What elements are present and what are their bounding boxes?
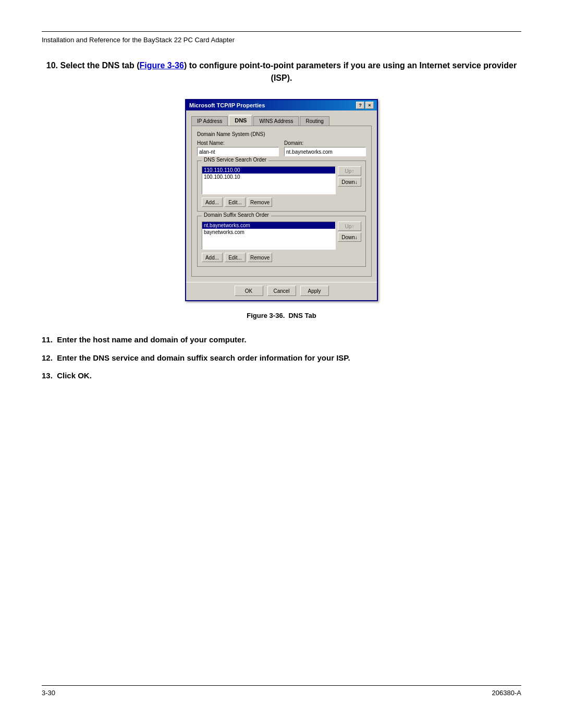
- dns-section-title: Domain Name System (DNS): [197, 131, 366, 137]
- list-item[interactable]: baynetworks.com: [202, 229, 335, 236]
- step10-text-before: Select the DNS tab (: [60, 61, 139, 70]
- step10-text-after: ) to configure point-to-point parameters…: [184, 61, 517, 82]
- page-number: 3-30: [42, 689, 55, 697]
- figure-link[interactable]: Figure 3-36: [140, 61, 184, 70]
- step-11-text: Enter the host name and domain of your c…: [57, 335, 246, 344]
- dns-service-content: 110.110.110.00 100.100.100.10 Up↑ Down↓ …: [202, 166, 361, 207]
- step-11: 11. Enter the host name and domain of yo…: [42, 334, 521, 346]
- dns-service-legend: DNS Service Search Order: [202, 157, 268, 163]
- tab-ip-address[interactable]: IP Address: [191, 116, 228, 126]
- doc-number: 206380-A: [492, 689, 521, 697]
- domain-col: Domain:: [284, 140, 366, 156]
- footer-rule: [42, 685, 521, 686]
- list-item[interactable]: 110.110.110.00: [202, 167, 335, 174]
- dns-edit-button[interactable]: Edit...: [225, 198, 246, 207]
- host-label: Host Name:: [197, 140, 279, 146]
- dns-add-button[interactable]: Add...: [202, 198, 223, 207]
- suffix-bottom-buttons: Add... Edit... Remove: [202, 253, 361, 262]
- domain-suffix-legend: Domain Suffix Search Order: [202, 212, 271, 218]
- tab-dns[interactable]: DNS: [229, 115, 252, 126]
- figure-caption: Figure 3-36. DNS Tab: [42, 312, 521, 319]
- suffix-down-button[interactable]: Down↓: [338, 232, 361, 242]
- host-input[interactable]: [197, 147, 279, 156]
- tab-wins-address[interactable]: WINS Address: [253, 116, 299, 126]
- dialog-body: IP Address DNS WINS Address Routing Doma…: [186, 110, 377, 282]
- help-button[interactable]: ?: [356, 102, 364, 109]
- dns-side-buttons: Up↑ Down↓: [338, 166, 361, 187]
- domain-suffix-listbox[interactable]: nt.baynetworks.com baynetworks.com: [202, 221, 336, 250]
- dns-remove-button[interactable]: Remove: [248, 198, 272, 207]
- tabs-row: IP Address DNS WINS Address Routing: [191, 115, 372, 126]
- suffix-side-buttons: Up↑ Down↓: [338, 221, 361, 242]
- tcp-ip-dialog: Microsoft TCP/IP Properties ? × IP Addre…: [185, 99, 378, 301]
- host-domain-row: Host Name: Domain:: [197, 140, 366, 156]
- page-container: Installation and Reference for the BaySt…: [0, 0, 563, 728]
- header-rule: [42, 31, 521, 32]
- dialog-titlebar: Microsoft TCP/IP Properties ? ×: [186, 100, 377, 110]
- titlebar-buttons: ? ×: [356, 102, 374, 109]
- figure-title: DNS Tab: [288, 312, 316, 319]
- dialog-title: Microsoft TCP/IP Properties: [189, 102, 265, 108]
- steps-list: 11. Enter the host name and domain of yo…: [42, 334, 521, 388]
- figure-number: Figure 3-36.: [247, 312, 285, 319]
- header-text: Installation and Reference for the BaySt…: [42, 36, 521, 44]
- step-12-text: Enter the DNS service and domain suffix …: [57, 353, 350, 362]
- page-footer: 3-30 206380-A: [42, 675, 521, 697]
- step-13-text: Click OK.: [57, 371, 92, 380]
- close-button[interactable]: ×: [365, 102, 374, 109]
- suffix-edit-button[interactable]: Edit...: [225, 253, 246, 262]
- domain-suffix-content: nt.baynetworks.com baynetworks.com Up↑ D…: [202, 221, 361, 262]
- cancel-button[interactable]: Cancel: [267, 286, 296, 296]
- dialog-wrapper: Microsoft TCP/IP Properties ? × IP Addre…: [42, 99, 521, 301]
- step-10: 10. Select the DNS tab (Figure 3-36) to …: [42, 59, 521, 84]
- host-col: Host Name:: [197, 140, 279, 156]
- footer-content: 3-30 206380-A: [42, 689, 521, 697]
- suffix-add-button[interactable]: Add...: [202, 253, 223, 262]
- step-12: 12. Enter the DNS service and domain suf…: [42, 352, 521, 364]
- domain-suffix-group: Domain Suffix Search Order nt.baynetwork…: [197, 216, 366, 267]
- dns-bottom-buttons: Add... Edit... Remove: [202, 198, 361, 207]
- list-item[interactable]: 100.100.100.10: [202, 174, 335, 180]
- tab-routing[interactable]: Routing: [300, 116, 329, 126]
- domain-input[interactable]: [284, 147, 366, 156]
- suffix-list-with-buttons: nt.baynetworks.com baynetworks.com Up↑ D…: [202, 221, 361, 250]
- dns-service-group: DNS Service Search Order 110.110.110.00 …: [197, 161, 366, 212]
- apply-button[interactable]: Apply: [300, 286, 329, 296]
- step-13: 13. Click OK.: [42, 370, 521, 382]
- dialog-actions: OK Cancel Apply: [186, 282, 377, 300]
- dns-down-button[interactable]: Down↓: [338, 177, 361, 187]
- suffix-remove-button[interactable]: Remove: [248, 253, 272, 262]
- dns-up-button[interactable]: Up↑: [338, 166, 361, 176]
- dns-list-with-buttons: 110.110.110.00 100.100.100.10 Up↑ Down↓: [202, 166, 361, 194]
- dns-service-listbox[interactable]: 110.110.110.00 100.100.100.10: [202, 166, 336, 194]
- domain-label: Domain:: [284, 140, 366, 146]
- suffix-up-button[interactable]: Up↑: [338, 221, 361, 231]
- tab-content-dns: Domain Name System (DNS) Host Name: Doma…: [191, 126, 372, 277]
- ok-button[interactable]: OK: [235, 286, 263, 296]
- list-item[interactable]: nt.baynetworks.com: [202, 222, 335, 229]
